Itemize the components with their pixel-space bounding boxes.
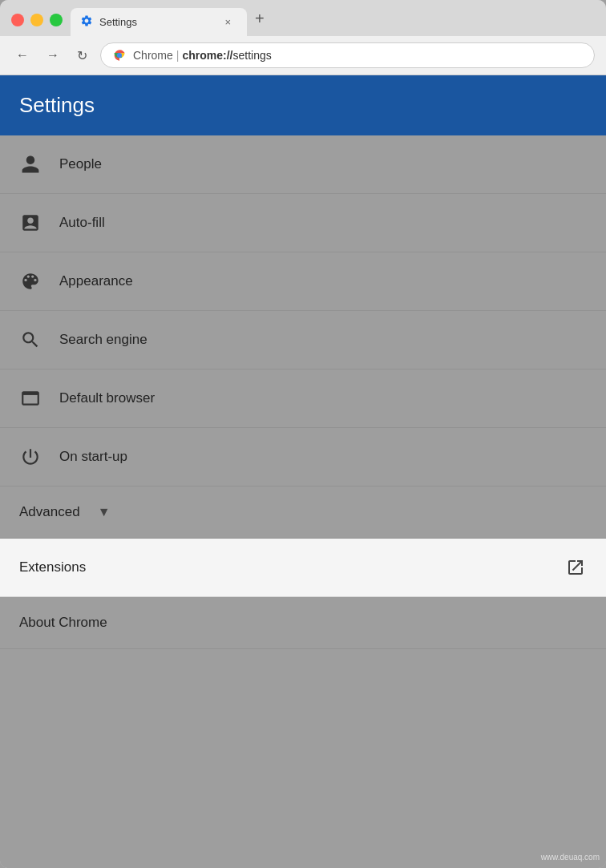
settings-item-appearance[interactable]: Appearance (0, 252, 606, 311)
settings-item-on-startup[interactable]: On start-up (0, 428, 606, 486)
settings-extensions-label: Extensions (19, 559, 86, 575)
svg-rect-2 (23, 394, 37, 395)
settings-item-default-browser-label: Default browser (59, 390, 155, 406)
chrome-logo-icon (112, 48, 127, 63)
browser-window: Settings × + ← → ↻ Chrome | chrome://set… (0, 0, 606, 868)
forward-button[interactable]: → (42, 45, 64, 66)
back-button[interactable]: ← (11, 45, 34, 66)
settings-page-title: Settings (19, 93, 587, 118)
watermark: www.deuaq.com (541, 853, 600, 862)
person-icon (19, 153, 42, 176)
settings-item-people[interactable]: People (0, 135, 606, 194)
settings-item-advanced[interactable]: Advanced ▼ (0, 486, 606, 539)
external-link-icon (564, 556, 587, 579)
settings-item-default-browser[interactable]: Default browser (0, 369, 606, 428)
browser-icon (19, 387, 42, 410)
settings-item-search-engine-label: Search engine (59, 332, 147, 348)
address-path: chrome://settings (182, 49, 271, 62)
reload-button[interactable]: ↻ (72, 45, 92, 67)
active-tab[interactable]: Settings × (71, 8, 247, 36)
settings-item-autofill[interactable]: Auto-fill (0, 194, 606, 252)
settings-advanced-label: Advanced (19, 504, 80, 520)
settings-item-about-chrome[interactable]: About Chrome (0, 597, 606, 649)
settings-item-extensions[interactable]: Extensions (0, 539, 606, 597)
window-controls (11, 14, 63, 36)
address-domain: Chrome (133, 49, 173, 62)
search-icon (19, 329, 42, 351)
tab-title-text: Settings (99, 16, 137, 28)
autofill-icon (19, 212, 42, 234)
settings-item-people-label: People (59, 156, 102, 172)
settings-item-appearance-label: Appearance (59, 273, 133, 289)
power-icon (19, 446, 42, 468)
chevron-down-icon: ▼ (98, 505, 111, 519)
address-bar[interactable]: Chrome | chrome://settings (100, 42, 595, 68)
maximize-button[interactable] (50, 14, 63, 26)
address-text: Chrome | chrome://settings (133, 49, 272, 62)
nav-bar: ← → ↻ Chrome | chrome://settings (0, 36, 606, 75)
settings-header: Settings (0, 75, 606, 135)
settings-about-label: About Chrome (19, 615, 107, 631)
address-divider: | (176, 49, 180, 62)
tab-close-button[interactable]: × (221, 14, 234, 30)
tab-settings-icon (80, 14, 93, 30)
settings-item-search-engine[interactable]: Search engine (0, 311, 606, 369)
settings-item-on-startup-label: On start-up (59, 449, 127, 465)
settings-list: People Auto-fill Appearance (0, 135, 606, 868)
new-tab-button[interactable]: + (247, 10, 273, 36)
settings-item-autofill-label: Auto-fill (59, 215, 105, 231)
svg-point-1 (117, 53, 122, 58)
settings-content: Settings People Auto-fill (0, 75, 606, 868)
close-button[interactable] (11, 14, 24, 26)
palette-icon (19, 270, 42, 293)
title-bar: Settings × + (0, 0, 606, 36)
minimize-button[interactable] (30, 14, 43, 26)
